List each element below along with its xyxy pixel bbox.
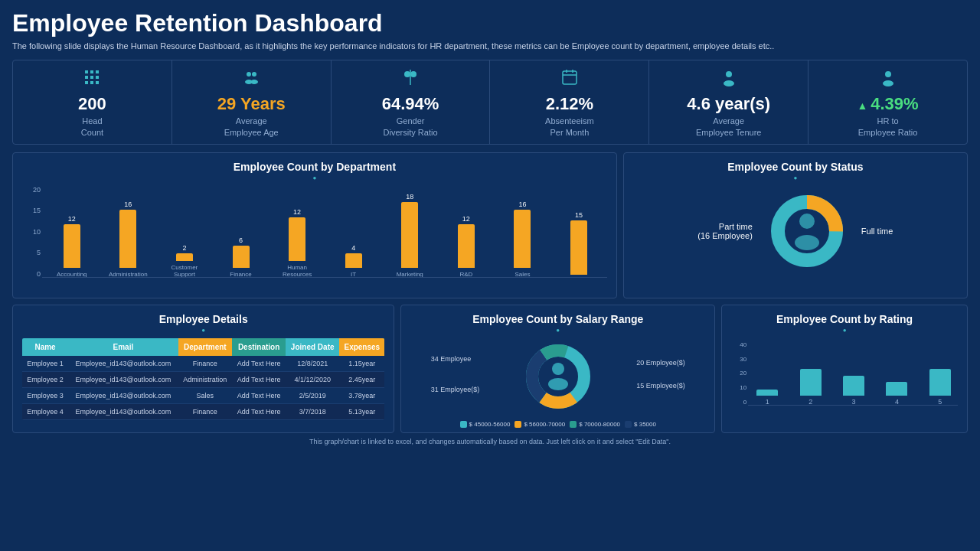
- salary-labels-left: 34 Employee 31 Employee($): [431, 355, 480, 398]
- dept-chart-dot: ●: [22, 174, 607, 181]
- rating-bar-rect: [800, 369, 822, 396]
- table-header-cell: Expenses: [339, 338, 384, 356]
- table-cell: 12/8/2021: [286, 356, 339, 372]
- table-cell: 3.78year: [339, 387, 384, 403]
- bar-value: 12: [68, 215, 76, 223]
- table-cell: Employee 2: [22, 371, 68, 387]
- svg-point-21: [724, 80, 734, 86]
- svg-rect-8: [96, 81, 99, 84]
- svg-point-14: [410, 71, 416, 77]
- legend-dot: [514, 421, 521, 428]
- bar-group: 2Customer Support: [156, 244, 213, 278]
- bar-value: 18: [406, 193, 413, 201]
- employee-table-wrap: NameEmailDepartmentDestinationJoined Dat…: [22, 338, 384, 420]
- legend-dot: [625, 421, 632, 428]
- svg-point-26: [799, 214, 815, 229]
- rating-bar-group: 4: [879, 382, 914, 406]
- table-cell: Employee 3: [22, 387, 68, 403]
- salary-label-34: 34 Employee: [431, 355, 480, 363]
- svg-rect-1: [90, 70, 93, 73]
- kpi-label-4: AverageEmployee Tenure: [654, 116, 803, 138]
- rating-chart-title: Employee Count by Rating: [731, 313, 958, 325]
- table-cell: Employee_id143@outlook.com: [68, 371, 178, 387]
- table-row: Employee 2Employee_id143@outlook.comAdmi…: [22, 371, 384, 387]
- bar-rect: [64, 224, 80, 268]
- bar-rect: [289, 217, 305, 261]
- bar-group: 12R&D: [438, 215, 495, 278]
- details-title: Employee Details: [22, 313, 384, 325]
- salary-donut-svg: [520, 338, 596, 415]
- kpi-value-0: 200: [18, 94, 167, 114]
- kpi-value-1: 29 Years: [177, 94, 326, 114]
- bar-label: Customer Support: [165, 264, 204, 278]
- status-chart-box: Employee Count by Status ● Part time(16 …: [623, 152, 968, 298]
- mid-row: Employee Count by Department ● 20151050 …: [12, 152, 968, 298]
- table-header-cell: Name: [22, 338, 68, 356]
- table-body: Employee 1Employee_id143@outlook.comFina…: [22, 356, 384, 420]
- table-row: Employee 1Employee_id143@outlook.comFina…: [22, 356, 384, 372]
- rating-axis-line: [748, 405, 958, 406]
- bar-rect: [345, 253, 362, 268]
- table-cell: Sales: [178, 387, 232, 403]
- legend-item: $ 45000-56000: [460, 421, 511, 428]
- kpi-card-4: 4.6 year(s)AverageEmployee Tenure: [649, 60, 808, 144]
- salary-label-31: 31 Employee($): [431, 386, 480, 393]
- table-cell: Employee_id143@outlook.com: [68, 403, 178, 419]
- rating-chart-dot: ●: [731, 327, 958, 334]
- dept-bar-chart: 20151050 12Accounting16Administration2Cu…: [22, 186, 607, 293]
- svg-rect-7: [90, 81, 93, 84]
- svg-rect-6: [85, 81, 88, 84]
- table-row: Employee 4Employee_id143@outlook.comFina…: [22, 403, 384, 419]
- table-cell: Finance: [178, 403, 232, 419]
- svg-point-10: [252, 72, 256, 77]
- svg-point-9: [247, 72, 251, 77]
- salary-donut-container: 34 Employee 31 Employee($) 20 Employee($…: [410, 338, 705, 415]
- kpi-card-5: ▲ 4.39%HR toEmployee Ratio: [808, 60, 967, 144]
- bar-value: 16: [124, 201, 132, 208]
- svg-point-23: [883, 80, 893, 86]
- svg-point-12: [250, 80, 258, 84]
- bar-rect: [176, 253, 193, 261]
- bar-rect: [458, 224, 475, 268]
- bar-group: 6Finance: [213, 236, 270, 278]
- table-cell: Employee 1: [22, 356, 68, 372]
- rating-y-label: 0: [743, 399, 746, 406]
- legend-label: $ 70000-80000: [579, 421, 620, 428]
- table-cell: 1.15year: [339, 356, 384, 372]
- table-cell: 4/1/12/2020: [286, 371, 339, 387]
- bar-rect: [401, 202, 418, 268]
- salary-chart-box: Employee Count by Salary Range ● 34 Empl…: [400, 305, 715, 433]
- kpi-label-5: HR toEmployee Ratio: [813, 116, 962, 138]
- legend-label: $ 45000-56000: [469, 421, 511, 428]
- rating-y-label: 10: [740, 384, 746, 391]
- svg-rect-2: [96, 70, 99, 73]
- bar-value: 15: [575, 211, 583, 219]
- legend-dot: [460, 421, 467, 428]
- rating-bar-rect: [756, 390, 778, 396]
- table-cell: Add Text Here: [232, 371, 286, 387]
- bar-y-axis: 20151050: [22, 186, 42, 278]
- kpi-card-0: 200HeadCount: [13, 60, 172, 144]
- rating-y-label: 30: [740, 356, 746, 363]
- kpi-value-2: 64.94%: [336, 94, 485, 114]
- bar-group: 4IT: [325, 244, 382, 278]
- svg-rect-5: [96, 76, 99, 79]
- table-header-cell: Destination: [232, 338, 286, 356]
- kpi-arrow-5: ▲: [857, 99, 871, 112]
- dept-chart-box: Employee Count by Department ● 20151050 …: [12, 152, 617, 298]
- bar-group: 18Marketing: [381, 193, 438, 278]
- footer-note: This graph/chart is linked to excel, and…: [12, 438, 968, 445]
- rating-bar-rect: [886, 382, 907, 396]
- legend-item: $ 56000-70000: [514, 421, 565, 428]
- kpi-card-3: 2.12%AbsenteeismPer Month: [490, 60, 649, 144]
- status-donut-svg: [765, 189, 849, 273]
- table-row: Employee 3Employee_id143@outlook.comSale…: [22, 387, 384, 403]
- part-time-label: Part time(16 Employee): [697, 222, 753, 240]
- kpi-card-1: 29 YearsAverageEmployee Age: [172, 60, 332, 144]
- bar-group: 16Sales: [495, 201, 551, 278]
- table-header-cell: Department: [178, 338, 232, 356]
- table-cell: 2/5/2019: [286, 387, 339, 403]
- table-cell: Administration: [178, 371, 232, 387]
- bar-value: 12: [293, 208, 301, 216]
- rating-bar-group: 3: [836, 376, 871, 406]
